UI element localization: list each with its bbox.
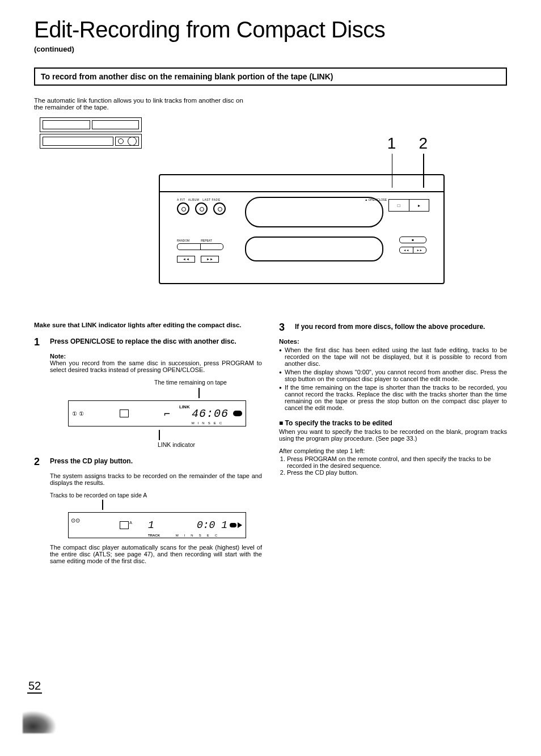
indicator-pill-icon (233, 411, 242, 416)
link-indicator: LINK (179, 404, 190, 409)
page-title: Edit-Recording from Compact Discs (34, 17, 507, 43)
cd-display-window-icon (245, 236, 383, 261)
callout-numbers: 1 2 (387, 134, 428, 153)
remaining-time: 46:06 (192, 407, 229, 420)
step-3-heading: If you record from more discs, follow th… (295, 322, 485, 333)
display1-top-caption: The time remaining on tape (119, 379, 262, 386)
stereo-system-diagram (40, 117, 142, 151)
diagram-area: 1 2 A FIT ALBUM LAST FADE ▲ OPEN/CLOSE (34, 117, 507, 305)
tape-reel-icon: ⊙⊙ (71, 517, 80, 523)
time-units: MINSEC (192, 421, 225, 425)
step-2-tail: The compact disc player automatically sc… (50, 544, 262, 564)
step-1-note-label: Note: (50, 353, 262, 360)
left-column: Make sure that LINK indicator lights aft… (34, 322, 262, 570)
open-close-label: ▲ OPEN/CLOSE (365, 198, 387, 201)
search-buttons-icon: ◄◄ ►► (399, 247, 426, 254)
display-panel-2: ⊙⊙ 1 TRACK 0:0 1 MINSEC (68, 512, 246, 538)
transport-buttons: ◄◄ ►► (399, 236, 426, 254)
open-close-button-icon: □▸ (388, 199, 429, 212)
numbered-step-item: Press PROGRAM on the remote control, and… (287, 455, 507, 469)
cd-player-diagram: A FIT ALBUM LAST FADE ▲ OPEN/CLOSE □▸ RA… (159, 174, 442, 282)
subsection-heading: To specify the tracks to be edited (279, 419, 507, 427)
cd-tray-icon (245, 197, 383, 227)
page-subtitle: (continued) (34, 45, 507, 53)
step-2-body: The system assigns tracks to be recorded… (50, 472, 262, 486)
step-1-note-body: When you record from the same disc in su… (50, 360, 262, 373)
step-number-3: 3 (279, 322, 289, 333)
manual-page: Edit-Recording from Compact Discs (conti… (0, 0, 541, 756)
precondition-text: Make sure that LINK indicator lights aft… (34, 322, 262, 328)
lastfade-button-icon (213, 202, 226, 215)
step-3: 3 If you record from more discs, follow … (279, 322, 507, 333)
tape-side-indicator (120, 521, 129, 529)
display2-top-caption: Tracks to be recorded on tape side A (50, 492, 262, 499)
right-column: 3 If you record from more discs, follow … (279, 322, 507, 570)
display1-bottom-caption: LINK indicator (91, 441, 262, 448)
intro-paragraph: The automatic link function allows you t… (34, 97, 250, 111)
notes-list: When the first disc has been edited usin… (279, 347, 507, 411)
playback-mode-buttons: RANDOMREPEAT ◄◄ ►► (177, 239, 223, 263)
step-number-1: 1 (34, 336, 44, 348)
numbered-steps: Press PROGRAM on the remote control, and… (279, 455, 507, 476)
subsection-body: When you want to specify the tracks to b… (279, 428, 507, 442)
edit-buttons-label: A FIT ALBUM LAST FADE (177, 198, 221, 201)
step-1: 1 Press OPEN/CLOSE to replace the disc w… (34, 336, 262, 348)
time-units-2: MINSEC (176, 534, 223, 537)
skip-forward-icon: ►► (201, 256, 219, 263)
bracket-icon: ⌐ (164, 408, 170, 420)
note-item: When the first disc has been edited usin… (279, 347, 507, 367)
note-item: When the display shows "0:00", you canno… (279, 369, 507, 382)
display-panel-1: ① ① ⌐ LINK 46:06 MINSEC (68, 400, 246, 426)
track-label: TRACK (148, 534, 160, 537)
callout-2: 2 (419, 134, 428, 153)
step-2-heading: Press the CD play button. (50, 456, 133, 468)
edit-mode-buttons (177, 202, 226, 215)
step-1-heading: Press OPEN/CLOSE to replace the disc wit… (50, 336, 236, 348)
step-number-2: 2 (34, 456, 44, 468)
section-heading-box: To record from another disc on the remai… (34, 67, 507, 86)
stop-button-icon (399, 236, 426, 243)
note-item: If the time remaining on the tape is sho… (279, 384, 507, 411)
afit-button-icon (177, 202, 189, 215)
indicator-pill-2-icon (230, 523, 236, 527)
step-2: 2 Press the CD play button. (34, 456, 262, 468)
elapsed-time: 0:0 1 (197, 520, 227, 531)
skip-back-icon: ◄◄ (177, 256, 195, 263)
callout-1: 1 (387, 134, 396, 153)
track-number: 1 (148, 520, 154, 531)
after-step-lead: After completing the step 1 left: (279, 447, 507, 454)
notes-heading: Notes: (279, 338, 507, 345)
page-number: 52 (27, 679, 42, 694)
scan-artifact (23, 711, 57, 733)
play-triangle-icon (238, 522, 242, 528)
disc-icons: ① ① (72, 411, 84, 417)
album-button-icon (195, 202, 208, 215)
numbered-step-item: Press the CD play button. (287, 469, 507, 476)
tape-direction-icon (120, 409, 129, 417)
